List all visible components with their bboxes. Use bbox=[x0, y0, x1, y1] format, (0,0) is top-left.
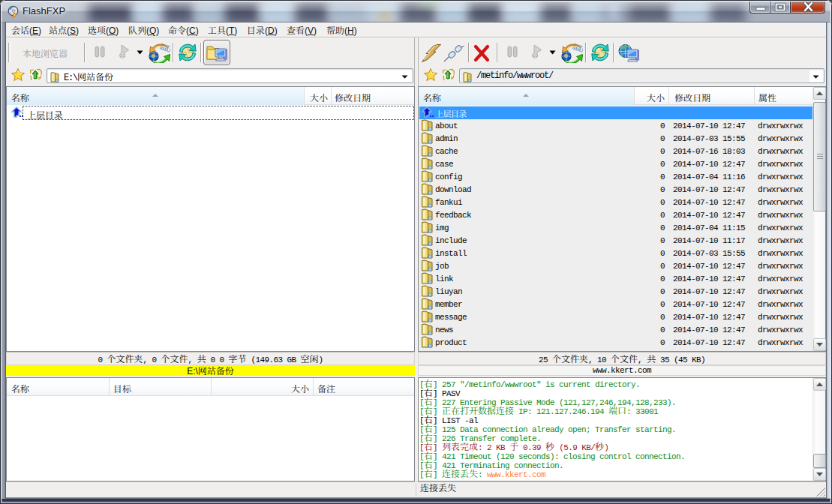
svg-text:GO: GO bbox=[120, 54, 126, 58]
